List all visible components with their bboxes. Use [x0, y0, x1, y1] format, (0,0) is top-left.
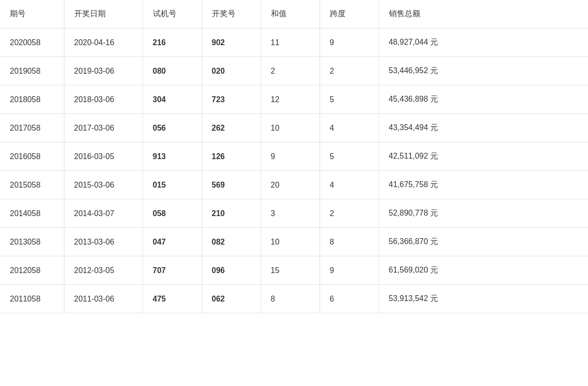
cell-shiji: 056 — [143, 114, 202, 142]
cell-shiji: 216 — [143, 28, 202, 57]
cell-date: 2011-03-06 — [64, 285, 143, 313]
cell-date: 2019-03-06 — [64, 57, 143, 85]
cell-date: 2020-04-16 — [64, 28, 143, 57]
cell-hezhi: 10 — [261, 114, 320, 142]
cell-kuadu: 9 — [320, 28, 379, 57]
table-container: 期号开奖日期试机号开奖号和值跨度销售总额 20200582020-04-1621… — [0, 0, 588, 386]
cell-qihao: 2018058 — [0, 85, 64, 114]
cell-sales: 41,675,758 元 — [379, 171, 588, 199]
cell-date: 2016-03-05 — [64, 142, 143, 171]
table-row: 20120582012-03-0570709615961,569,020 元 — [0, 256, 588, 285]
lottery-table: 期号开奖日期试机号开奖号和值跨度销售总额 20200582020-04-1621… — [0, 0, 588, 313]
cell-kuadu: 2 — [320, 199, 379, 228]
table-row: 20160582016-03-059131269542,511,092 元 — [0, 142, 588, 171]
cell-kaijang: 082 — [202, 228, 261, 256]
cell-sales: 52,890,778 元 — [379, 199, 588, 228]
table-row: 20180582018-03-0630472312545,436,898 元 — [0, 85, 588, 114]
cell-qihao: 2016058 — [0, 142, 64, 171]
cell-sales: 45,436,898 元 — [379, 85, 588, 114]
cell-date: 2013-03-06 — [64, 228, 143, 256]
cell-hezhi: 20 — [261, 171, 320, 199]
cell-kaijang: 902 — [202, 28, 261, 57]
cell-date: 2015-03-06 — [64, 171, 143, 199]
cell-kuadu: 5 — [320, 142, 379, 171]
table-row: 20140582014-03-070582103252,890,778 元 — [0, 199, 588, 228]
cell-hezhi: 8 — [261, 285, 320, 313]
cell-shiji: 913 — [143, 142, 202, 171]
table-body: 20200582020-04-1621690211948,927,044 元20… — [0, 28, 588, 313]
cell-kuadu: 2 — [320, 57, 379, 85]
col-header-kaijang: 开奖号 — [202, 0, 261, 28]
cell-hezhi: 9 — [261, 142, 320, 171]
cell-kaijang: 569 — [202, 171, 261, 199]
cell-kuadu: 4 — [320, 114, 379, 142]
cell-qihao: 2019058 — [0, 57, 64, 85]
cell-kaijang: 062 — [202, 285, 261, 313]
cell-date: 2018-03-06 — [64, 85, 143, 114]
cell-sales: 42,511,092 元 — [379, 142, 588, 171]
table-row: 20200582020-04-1621690211948,927,044 元 — [0, 28, 588, 57]
cell-sales: 56,366,870 元 — [379, 228, 588, 256]
cell-kaijang: 210 — [202, 199, 261, 228]
cell-shiji: 015 — [143, 171, 202, 199]
cell-kaijang: 723 — [202, 85, 261, 114]
cell-qihao: 2014058 — [0, 199, 64, 228]
cell-date: 2014-03-07 — [64, 199, 143, 228]
cell-shiji: 047 — [143, 228, 202, 256]
cell-hezhi: 12 — [261, 85, 320, 114]
cell-kuadu: 9 — [320, 256, 379, 285]
cell-kaijang: 262 — [202, 114, 261, 142]
cell-date: 2017-03-06 — [64, 114, 143, 142]
cell-kuadu: 8 — [320, 228, 379, 256]
cell-kuadu: 6 — [320, 285, 379, 313]
cell-kuadu: 5 — [320, 85, 379, 114]
cell-hezhi: 2 — [261, 57, 320, 85]
cell-shiji: 707 — [143, 256, 202, 285]
cell-shiji: 080 — [143, 57, 202, 85]
cell-qihao: 2013058 — [0, 228, 64, 256]
cell-shiji: 475 — [143, 285, 202, 313]
table-header-row: 期号开奖日期试机号开奖号和值跨度销售总额 — [0, 0, 588, 28]
cell-shiji: 304 — [143, 85, 202, 114]
table-row: 20130582013-03-0604708210856,366,870 元 — [0, 228, 588, 256]
cell-hezhi: 15 — [261, 256, 320, 285]
cell-sales: 53,446,952 元 — [379, 57, 588, 85]
table-row: 20150582015-03-0601556920441,675,758 元 — [0, 171, 588, 199]
cell-shiji: 058 — [143, 199, 202, 228]
cell-kaijang: 096 — [202, 256, 261, 285]
cell-sales: 61,569,020 元 — [379, 256, 588, 285]
cell-hezhi: 10 — [261, 228, 320, 256]
col-header-date: 开奖日期 — [64, 0, 143, 28]
col-header-qihao: 期号 — [0, 0, 64, 28]
cell-qihao: 2015058 — [0, 171, 64, 199]
table-row: 20170582017-03-0605626210443,354,494 元 — [0, 114, 588, 142]
cell-qihao: 2012058 — [0, 256, 64, 285]
cell-date: 2012-03-05 — [64, 256, 143, 285]
cell-sales: 43,354,494 元 — [379, 114, 588, 142]
table-row: 20110582011-03-064750628653,913,542 元 — [0, 285, 588, 313]
cell-kaijang: 020 — [202, 57, 261, 85]
cell-sales: 48,927,044 元 — [379, 28, 588, 57]
cell-hezhi: 11 — [261, 28, 320, 57]
col-header-shiji: 试机号 — [143, 0, 202, 28]
col-header-hezhi: 和值 — [261, 0, 320, 28]
cell-kuadu: 4 — [320, 171, 379, 199]
col-header-sales: 销售总额 — [379, 0, 588, 28]
col-header-kuadu: 跨度 — [320, 0, 379, 28]
cell-qihao: 2020058 — [0, 28, 64, 57]
cell-kaijang: 126 — [202, 142, 261, 171]
table-row: 20190582019-03-060800202253,446,952 元 — [0, 57, 588, 85]
cell-sales: 53,913,542 元 — [379, 285, 588, 313]
cell-qihao: 2017058 — [0, 114, 64, 142]
cell-qihao: 2011058 — [0, 285, 64, 313]
cell-hezhi: 3 — [261, 199, 320, 228]
